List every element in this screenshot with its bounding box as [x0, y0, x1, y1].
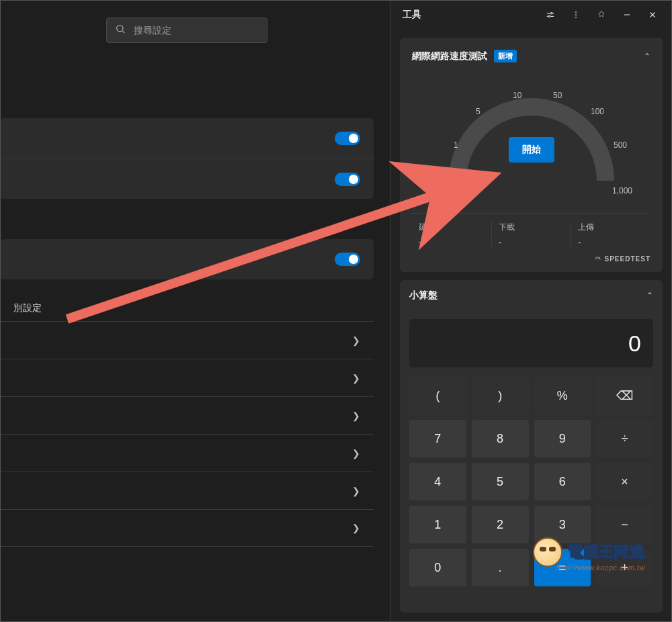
- speedtest-metrics: 延遲 - 下載 - 上傳 -: [412, 213, 650, 247]
- speedtest-start-button[interactable]: 開始: [509, 137, 554, 163]
- metric-latency: 延遲 -: [412, 222, 491, 247]
- metric-value: -: [499, 237, 564, 247]
- calc-key-backspace[interactable]: ⌫: [596, 377, 653, 414]
- speedtest-gauge: 0 1 5 10 50 100 500 1,000 開始: [412, 73, 650, 208]
- chevron-right-icon: ❯: [352, 410, 360, 421]
- metric-label: 延遲: [419, 222, 485, 233]
- calculator-card: 小算盤 ⌃ 0 ()%⌫789÷456×123−0.=+: [400, 280, 663, 613]
- settings-pane: 動對自訂側邊欄中顯示的熱門網站進行個人化 別設定 ❯ ❯ ❯: [0, 0, 390, 622]
- settings-nav-item[interactable]: ❯: [0, 434, 374, 472]
- metric-value: -: [419, 237, 485, 247]
- gauge-tick: 5: [476, 107, 480, 116]
- settings-body: 動對自訂側邊欄中顯示的熱門網站進行個人化 別設定 ❯ ❯ ❯: [0, 58, 390, 622]
- toggle-switch[interactable]: [335, 173, 360, 186]
- close-icon[interactable]: [642, 5, 663, 25]
- metric-label: 上傳: [578, 222, 644, 233]
- toggle-switch[interactable]: [335, 132, 360, 145]
- svg-line-12: [597, 258, 599, 259]
- settings-row-toggle-1[interactable]: [0, 118, 374, 159]
- settings-nav-item[interactable]: ❯: [0, 509, 374, 547]
- gauge-tick: 1,000: [612, 186, 632, 195]
- metric-value: -: [578, 237, 644, 247]
- search-icon: [115, 24, 126, 37]
- metric-download: 下載 -: [491, 222, 571, 247]
- calc-key-1[interactable]: 1: [409, 506, 466, 543]
- search-box[interactable]: [106, 17, 267, 43]
- calc-key-2[interactable]: 2: [472, 506, 529, 543]
- speedtest-card: 網際網路速度測試 新增 ⌃ 0 1 5 10 50 100 500 1,000 …: [400, 38, 663, 272]
- calc-key-dot[interactable]: .: [472, 549, 529, 586]
- gauge-tick: 500: [614, 140, 627, 150]
- chevron-right-icon: ❯: [352, 486, 360, 496]
- calc-key-plus[interactable]: +: [596, 549, 653, 586]
- chevron-right-icon: ❯: [352, 335, 360, 346]
- settings-card-single: [0, 239, 374, 279]
- calculator-title: 小算盤: [409, 290, 437, 302]
- calc-key-9[interactable]: 9: [534, 420, 591, 457]
- calc-key-3[interactable]: 3: [534, 506, 591, 543]
- chevron-right-icon: ❯: [352, 373, 360, 384]
- settings-row-toggle-2[interactable]: 動對自訂側邊欄中顯示的熱門網站進行個人化: [0, 159, 374, 199]
- gauge-tick: 1: [454, 140, 458, 150]
- calc-key-divide[interactable]: ÷: [596, 420, 653, 457]
- calculator-display: 0: [409, 319, 653, 367]
- svg-point-3: [551, 13, 552, 14]
- tools-header: 工具: [390, 0, 672, 30]
- calc-key-0[interactable]: 0: [409, 549, 466, 586]
- calculator-header: 小算盤 ⌃: [409, 290, 653, 302]
- settings-nav-item[interactable]: ❯: [0, 321, 374, 359]
- calc-key-lparen[interactable]: (: [409, 377, 466, 414]
- new-badge: 新增: [494, 50, 517, 62]
- calculator-keypad: ()%⌫789÷456×123−0.=+: [409, 377, 653, 586]
- calc-key-equals[interactable]: =: [534, 549, 591, 586]
- svg-point-5: [548, 15, 550, 17]
- settings-nav-item[interactable]: ❯: [0, 359, 374, 396]
- gauge-small-icon: [594, 255, 601, 263]
- svg-point-7: [575, 14, 577, 15]
- gauge-tick: 100: [591, 107, 604, 116]
- calc-key-minus[interactable]: −: [596, 506, 653, 543]
- settings-sliders-icon[interactable]: [540, 5, 560, 25]
- svg-point-6: [575, 11, 577, 13]
- section-label: 別設定: [0, 296, 390, 321]
- speedtest-header: 網際網路速度測試 新增 ⌃: [412, 50, 650, 62]
- metric-label: 下載: [499, 222, 564, 233]
- pin-icon[interactable]: [591, 5, 612, 25]
- chevron-right-icon: ❯: [352, 448, 360, 459]
- search-bar-container: [0, 0, 390, 58]
- calc-key-7[interactable]: 7: [409, 420, 466, 457]
- calc-key-rparen[interactable]: ): [472, 377, 529, 414]
- speedtest-brand-label: SPEEDTEST: [605, 255, 650, 263]
- chevron-right-icon: ❯: [352, 523, 360, 533]
- settings-card-toggles: 動對自訂側邊欄中顯示的熱門網站進行個人化: [0, 118, 374, 199]
- tools-pane: 工具 網際網路速度測試 新增 ⌃ 0 1 5 1: [390, 0, 672, 622]
- settings-nav-item[interactable]: ❯: [0, 396, 374, 434]
- gauge-tick: 0: [455, 186, 460, 195]
- chevron-up-icon[interactable]: ⌃: [644, 52, 650, 61]
- metric-upload: 上傳 -: [571, 222, 650, 247]
- calc-key-5[interactable]: 5: [472, 463, 529, 500]
- minimize-icon[interactable]: [617, 5, 637, 25]
- search-input[interactable]: [134, 25, 259, 36]
- calc-key-6[interactable]: 6: [534, 463, 591, 500]
- settings-row-toggle-3[interactable]: [0, 239, 374, 279]
- speedtest-title: 網際網路速度測試: [412, 50, 487, 62]
- toggle-switch[interactable]: [335, 253, 360, 266]
- gauge-tick: 10: [513, 91, 521, 100]
- settings-nav-list: ❯ ❯ ❯ ❯ ❯ ❯: [0, 321, 374, 547]
- speedtest-brand: SPEEDTEST: [412, 255, 650, 263]
- calc-key-4[interactable]: 4: [409, 463, 466, 500]
- calc-key-multiply[interactable]: ×: [596, 463, 653, 500]
- chevron-up-icon[interactable]: ⌃: [646, 291, 653, 300]
- calc-key-percent[interactable]: %: [534, 377, 591, 414]
- gauge-tick: 50: [553, 91, 562, 100]
- calc-key-8[interactable]: 8: [472, 420, 529, 457]
- more-menu-icon[interactable]: [566, 5, 586, 25]
- svg-point-0: [117, 26, 123, 32]
- settings-nav-item[interactable]: ❯: [0, 472, 374, 509]
- tools-title: 工具: [403, 9, 535, 21]
- svg-line-1: [122, 31, 124, 33]
- svg-point-8: [575, 17, 577, 18]
